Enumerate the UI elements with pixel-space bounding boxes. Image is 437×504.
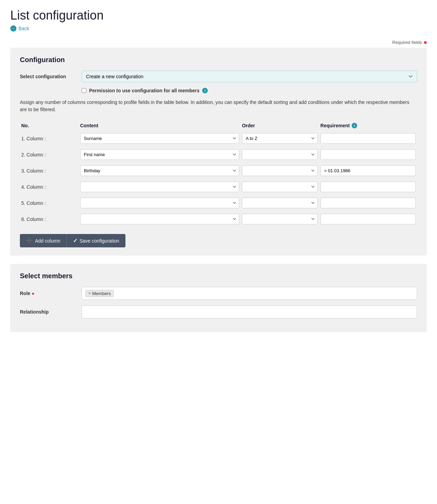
- role-required-star: ●: [32, 291, 34, 296]
- add-column-button[interactable]: ➕ Add column: [20, 234, 66, 247]
- columns-table: No. Content Order Requirement i 1. Colum…: [20, 120, 417, 227]
- col-content-1: SurnameFirst nameBirthdayEmailPhone: [79, 130, 241, 146]
- permission-label: Permission to use configuration for all …: [89, 88, 199, 93]
- permission-row: Permission to use configuration for all …: [20, 88, 417, 93]
- relationship-row: Relationship: [20, 305, 417, 318]
- table-row: 6. Column :SurnameFirst nameBirthdayEmai…: [20, 211, 417, 227]
- required-dot: [424, 41, 427, 44]
- select-config-row: Select configuration Create a new config…: [20, 71, 417, 82]
- col-no-3: 3. Column :: [20, 163, 79, 179]
- th-requirement: Requirement i: [319, 120, 417, 130]
- col-order-5: A to ZZ to AAscendingDescending: [241, 195, 319, 211]
- save-config-label: Save configuration: [80, 238, 119, 244]
- back-label: Back: [19, 26, 29, 31]
- role-label: Role ●: [20, 291, 75, 296]
- back-arrow-icon: ←: [10, 25, 16, 32]
- col-content-3: SurnameFirst nameBirthdayEmailPhone: [79, 163, 241, 179]
- col-no-5: 5. Column :: [20, 195, 79, 211]
- role-tag-label: Members: [92, 291, 111, 296]
- col-order-6: A to ZZ to AAscendingDescending: [241, 211, 319, 227]
- content-select-3[interactable]: SurnameFirst nameBirthdayEmailPhone: [80, 165, 239, 176]
- select-members-title: Select members: [20, 272, 417, 280]
- th-no: No.: [20, 120, 79, 130]
- col-req-6: [319, 211, 417, 227]
- col-req-5: [319, 195, 417, 211]
- content-select-2[interactable]: SurnameFirst nameBirthdayEmailPhone: [80, 149, 239, 160]
- req-input-5[interactable]: [320, 198, 416, 208]
- col-order-3: A to ZZ to AAscendingDescending: [241, 163, 319, 179]
- select-members-section: Select members Role ● × Members Relation…: [10, 264, 427, 332]
- checkmark-icon: ✓: [73, 237, 77, 244]
- add-icon: ➕: [26, 237, 33, 244]
- select-config-label: Select configuration: [20, 74, 75, 79]
- col-req-2: [319, 146, 417, 163]
- configuration-section: Configuration Select configuration Creat…: [10, 48, 427, 256]
- page-title: List configuration: [10, 8, 427, 23]
- col-req-3: [319, 163, 417, 179]
- permission-info-icon[interactable]: i: [202, 88, 208, 93]
- actions-row: ➕ Add column ✓ Save configuration: [20, 234, 417, 247]
- col-content-6: SurnameFirst nameBirthdayEmailPhone: [79, 211, 241, 227]
- order-select-2[interactable]: A to ZZ to AAscendingDescending: [242, 149, 318, 160]
- content-select-4[interactable]: SurnameFirst nameBirthdayEmailPhone: [80, 181, 239, 192]
- table-row: 3. Column :SurnameFirst nameBirthdayEmai…: [20, 163, 417, 179]
- th-content: Content: [79, 120, 241, 130]
- select-config-dropdown[interactable]: Create a new configuration: [82, 71, 417, 82]
- req-input-6[interactable]: [320, 214, 416, 224]
- col-order-2: A to ZZ to AAscendingDescending: [241, 146, 319, 163]
- save-config-button[interactable]: ✓ Save configuration: [66, 234, 125, 247]
- col-no-1: 1. Column :: [20, 130, 79, 146]
- back-link[interactable]: ← Back: [10, 25, 427, 32]
- table-row: 1. Column :SurnameFirst nameBirthdayEmai…: [20, 130, 417, 146]
- relationship-label: Relationship: [20, 309, 75, 315]
- configuration-section-title: Configuration: [20, 56, 417, 64]
- content-select-5[interactable]: SurnameFirst nameBirthdayEmailPhone: [80, 198, 239, 208]
- table-row: 4. Column :SurnameFirst nameBirthdayEmai…: [20, 179, 417, 195]
- role-tag-remove[interactable]: ×: [88, 291, 91, 296]
- permission-checkbox[interactable]: [82, 88, 86, 93]
- col-req-1: [319, 130, 417, 146]
- order-select-6[interactable]: A to ZZ to AAscendingDescending: [242, 214, 318, 224]
- required-fields-note: Required fields: [10, 40, 427, 45]
- order-select-3[interactable]: A to ZZ to AAscendingDescending: [242, 165, 318, 176]
- col-req-4: [319, 179, 417, 195]
- col-order-4: A to ZZ to AAscendingDescending: [241, 179, 319, 195]
- content-select-1[interactable]: SurnameFirst nameBirthdayEmailPhone: [80, 133, 239, 144]
- col-content-5: SurnameFirst nameBirthdayEmailPhone: [79, 195, 241, 211]
- relationship-input[interactable]: [82, 305, 417, 318]
- role-tags-input[interactable]: × Members: [82, 287, 417, 300]
- role-row: Role ● × Members: [20, 287, 417, 300]
- table-row: 2. Column :SurnameFirst nameBirthdayEmai…: [20, 146, 417, 163]
- order-select-5[interactable]: A to ZZ to AAscendingDescending: [242, 198, 318, 208]
- order-select-4[interactable]: A to ZZ to AAscendingDescending: [242, 181, 318, 192]
- assign-text: Assign any number of columns correspondi…: [20, 99, 417, 113]
- col-content-2: SurnameFirst nameBirthdayEmailPhone: [79, 146, 241, 163]
- req-input-1[interactable]: [320, 133, 416, 144]
- col-order-1: A to ZZ to AAscendingDescending: [241, 130, 319, 146]
- order-select-1[interactable]: A to ZZ to AAscendingDescending: [242, 133, 318, 144]
- col-no-2: 2. Column :: [20, 146, 79, 163]
- col-no-6: 6. Column :: [20, 211, 79, 227]
- add-column-label: Add column: [35, 238, 60, 244]
- table-row: 5. Column :SurnameFirst nameBirthdayEmai…: [20, 195, 417, 211]
- requirement-info-icon[interactable]: i: [352, 123, 357, 128]
- content-select-6[interactable]: SurnameFirst nameBirthdayEmailPhone: [80, 214, 239, 224]
- req-input-4[interactable]: [320, 181, 416, 192]
- req-input-3[interactable]: [320, 165, 416, 176]
- req-input-2[interactable]: [320, 149, 416, 160]
- col-content-4: SurnameFirst nameBirthdayEmailPhone: [79, 179, 241, 195]
- col-no-4: 4. Column :: [20, 179, 79, 195]
- role-tag: × Members: [85, 290, 114, 297]
- th-order: Order: [241, 120, 319, 130]
